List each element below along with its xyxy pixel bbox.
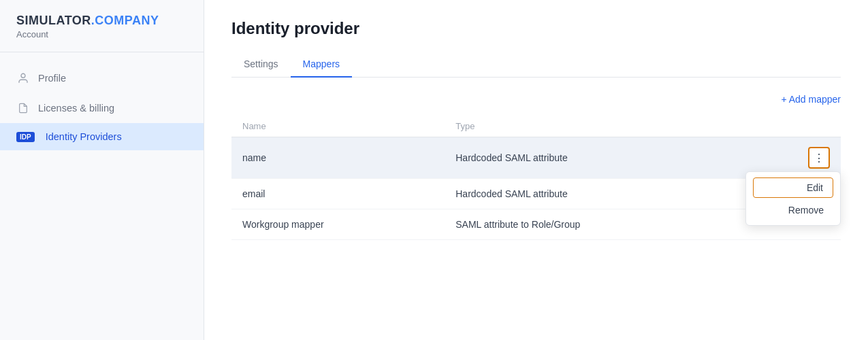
row-dropdown-menu: Edit Remove — [745, 171, 841, 226]
dropdown-remove-item[interactable]: Remove — [753, 201, 833, 220]
sidebar-item-licenses[interactable]: Licenses & billing — [0, 93, 204, 123]
tabs-bar: Settings Mappers — [231, 52, 841, 78]
logo-dot-company: .COMPANY — [91, 14, 159, 27]
column-header-name: Name — [231, 116, 445, 137]
logo-area: SIMULATOR.COMPANY Account — [0, 0, 204, 52]
account-label: Account — [16, 29, 187, 39]
row-name-cell: Workgroup mapper — [231, 209, 445, 240]
svg-point-0 — [21, 73, 25, 78]
row-type-cell: SAML attribute to Role/Group — [445, 209, 779, 240]
column-header-type: Type — [445, 116, 779, 137]
toolbar: + Add mapper — [231, 94, 841, 105]
sidebar-nav: Profile Licenses & billing IDP Identity … — [0, 52, 204, 161]
logo: SIMULATOR.COMPANY — [16, 14, 187, 28]
table-row: name Hardcoded SAML attribute ⋮ Edit Rem… — [231, 137, 841, 179]
tab-settings[interactable]: Settings — [231, 52, 291, 78]
row-name-cell: email — [231, 179, 445, 209]
row-type-cell: Hardcoded SAML attribute — [445, 179, 779, 209]
column-header-actions — [780, 116, 841, 137]
row-type-cell: Hardcoded SAML attribute — [445, 137, 779, 179]
dropdown-edit-item[interactable]: Edit — [753, 177, 833, 198]
sidebar-item-profile-label: Profile — [38, 73, 66, 84]
idp-badge: IDP — [16, 132, 35, 142]
main-content: Identity provider Settings Mappers + Add… — [204, 0, 868, 340]
mappers-table: Name Type name Hardcoded SAML attribute … — [231, 116, 841, 240]
row-name-cell: name — [231, 137, 445, 179]
licenses-icon — [16, 101, 30, 115]
sidebar-item-profile[interactable]: Profile — [0, 63, 204, 93]
sidebar-item-licenses-label: Licenses & billing — [38, 103, 114, 114]
sidebar-item-idp-label: Identity Providers — [46, 131, 122, 142]
add-mapper-button[interactable]: + Add mapper — [781, 94, 841, 105]
logo-simulator: SIMULATOR — [16, 14, 91, 27]
row-menu-button[interactable]: ⋮ — [808, 147, 830, 169]
sidebar: SIMULATOR.COMPANY Account Profile Lice — [0, 0, 204, 340]
profile-icon — [16, 71, 30, 85]
sidebar-item-idp[interactable]: IDP Identity Providers — [0, 123, 204, 150]
tab-mappers[interactable]: Mappers — [291, 52, 352, 78]
page-title: Identity provider — [231, 19, 841, 38]
row-actions-cell: ⋮ Edit Remove — [780, 137, 841, 179]
